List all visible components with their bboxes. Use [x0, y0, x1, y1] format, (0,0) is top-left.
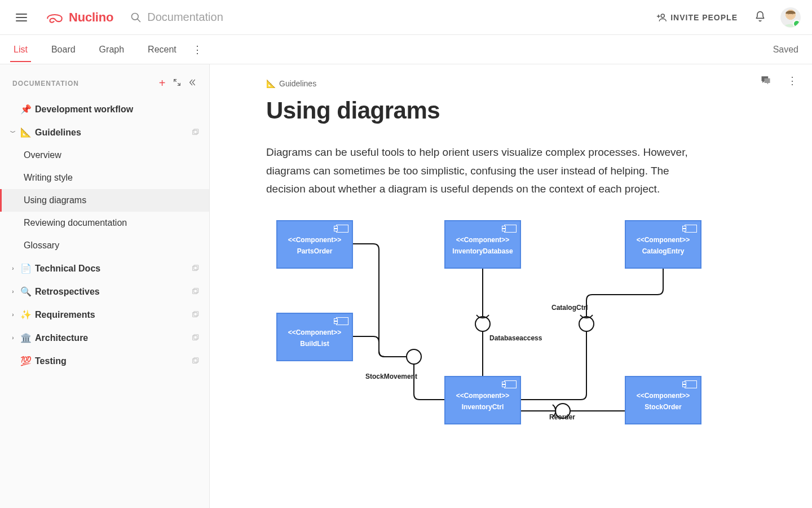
chevron-right-icon: ›	[10, 288, 16, 295]
copy-icon[interactable]	[191, 357, 199, 365]
user-avatar[interactable]	[780, 7, 801, 28]
page-title: Using diagrams	[266, 97, 689, 124]
sidebar-section-architecture[interactable]: › 🏛️ Architecture	[0, 326, 209, 349]
brand-name: Nuclino	[69, 10, 113, 25]
invite-people-button[interactable]: INVITE PEOPLE	[656, 13, 738, 22]
sidebar-section-label: Guidelines	[35, 128, 81, 138]
diagram-node-inventoryctrl: <<Component>> InventoryCtrl	[444, 376, 521, 424]
ruler-icon: 📐	[20, 127, 30, 138]
copy-icon[interactable]	[191, 311, 199, 319]
sidebar-item-reviewing-documentation[interactable]: Reviewing documentation	[0, 212, 209, 234]
diagram-label-reorder: Reorder	[549, 413, 575, 421]
sidebar-pinned-item[interactable]: 📌 Development workflow	[0, 98, 209, 121]
svg-point-2	[661, 14, 664, 17]
svg-rect-14	[193, 358, 197, 363]
document-content: ⋮ 📐 Guidelines Using diagrams Diagrams c…	[210, 64, 812, 508]
invite-label: INVITE PEOPLE	[670, 13, 738, 22]
svg-rect-4	[193, 130, 197, 134]
brand[interactable]: Nuclino	[45, 10, 113, 25]
sidebar-section-guidelines[interactable]: ﹀ 📐 Guidelines	[0, 121, 209, 144]
component-diagram: <<Component>> PartsOrder <<Component>> B…	[266, 216, 717, 453]
notifications-button[interactable]	[754, 10, 766, 25]
building-icon: 🏛️	[20, 332, 30, 343]
chevron-right-icon: ›	[10, 335, 16, 341]
tab-list[interactable]: List	[10, 37, 31, 62]
tab-graph[interactable]: Graph	[96, 37, 127, 62]
svg-rect-13	[194, 334, 198, 339]
document-more-button[interactable]: ⋮	[787, 75, 797, 88]
copy-icon[interactable]	[191, 265, 199, 273]
copy-icon[interactable]	[191, 334, 199, 342]
svg-rect-5	[194, 129, 198, 133]
svg-rect-9	[194, 288, 198, 292]
svg-rect-12	[193, 335, 197, 340]
breadcrumb-label: Guidelines	[279, 79, 316, 88]
diagram-node-buildlist: <<Component>> BuildList	[276, 313, 353, 361]
svg-rect-8	[193, 289, 197, 294]
sparkle-icon: ✨	[20, 309, 30, 320]
sidebar-item-overview[interactable]: Overview	[0, 144, 209, 167]
svg-point-17	[475, 317, 490, 331]
comments-button[interactable]	[760, 75, 771, 88]
diagram-label-stockmovement: StockMovement	[365, 373, 417, 380]
svg-rect-6	[193, 266, 197, 270]
bell-icon	[754, 10, 766, 23]
view-tabs: List Board Graph Recent	[10, 37, 180, 62]
copy-icon[interactable]	[191, 129, 199, 137]
svg-rect-15	[194, 357, 198, 362]
sidebar-section-retrospectives[interactable]: › 🔍 Retrospectives	[0, 280, 209, 303]
sidebar: DOCUMENTATION + 📌 Development workflow ﹀…	[0, 64, 210, 508]
svg-point-18	[579, 317, 594, 331]
sidebar-section-requirements[interactable]: › ✨ Requirements	[0, 303, 209, 326]
view-more-button[interactable]: ⋮	[192, 45, 202, 55]
diagram-label-databaseaccess: Databaseaccess	[489, 334, 542, 342]
svg-line-1	[138, 19, 140, 21]
diagram-node-stockorder: <<Component>> StockOrder	[625, 376, 701, 424]
ruler-icon: 📐	[266, 79, 276, 88]
chevron-right-icon: ›	[10, 265, 16, 271]
search-icon	[130, 12, 142, 23]
magnifier-icon: 🔍	[20, 286, 30, 297]
menu-button[interactable]	[16, 11, 29, 24]
invite-icon	[656, 13, 667, 22]
pin-icon: 📌	[20, 104, 30, 115]
sidebar-collapse-button[interactable]	[184, 78, 199, 89]
diagram-label-catalogctrl: CatalogCtrl	[551, 304, 588, 312]
sidebar-expand-button[interactable]	[170, 78, 184, 89]
search[interactable]: Documentation	[130, 11, 223, 24]
sidebar-title: DOCUMENTATION	[12, 80, 79, 87]
body-paragraph: Diagrams can be useful tools to help ori…	[266, 143, 689, 199]
hundred-icon: 💯	[20, 356, 30, 366]
tab-board[interactable]: Board	[48, 37, 79, 62]
chevron-right-icon: ›	[10, 312, 16, 318]
sidebar-section-testing[interactable]: 💯 Testing	[0, 349, 209, 373]
diagram-node-inventorydatabase: <<Component>> InventoryDatabase	[444, 220, 521, 269]
sidebar-item-using-diagrams[interactable]: Using diagrams	[0, 189, 209, 212]
tab-recent[interactable]: Recent	[144, 37, 180, 62]
sidebar-item-writing-style[interactable]: Writing style	[0, 167, 209, 189]
brand-logo-icon	[45, 10, 64, 25]
sidebar-pinned-label: Development workflow	[35, 104, 133, 115]
sidebar-section-technical-docs[interactable]: › 📄 Technical Docs	[0, 257, 209, 280]
diagram-node-partsorder: <<Component>> PartsOrder	[276, 220, 353, 269]
saved-status: Saved	[773, 45, 798, 55]
breadcrumb[interactable]: 📐 Guidelines	[266, 79, 689, 88]
diagram-node-catalogentry: <<Component>> CatalogEntry	[625, 220, 701, 269]
svg-point-16	[407, 349, 421, 364]
sidebar-item-glossary[interactable]: Glossary	[0, 234, 209, 257]
svg-rect-7	[194, 265, 198, 269]
sidebar-add-button[interactable]: +	[155, 77, 170, 90]
document-icon: 📄	[20, 263, 30, 274]
svg-rect-11	[194, 311, 198, 316]
svg-rect-10	[193, 312, 197, 317]
chevron-down-icon: ﹀	[10, 129, 16, 137]
copy-icon[interactable]	[191, 288, 199, 296]
search-placeholder: Documentation	[147, 11, 223, 24]
